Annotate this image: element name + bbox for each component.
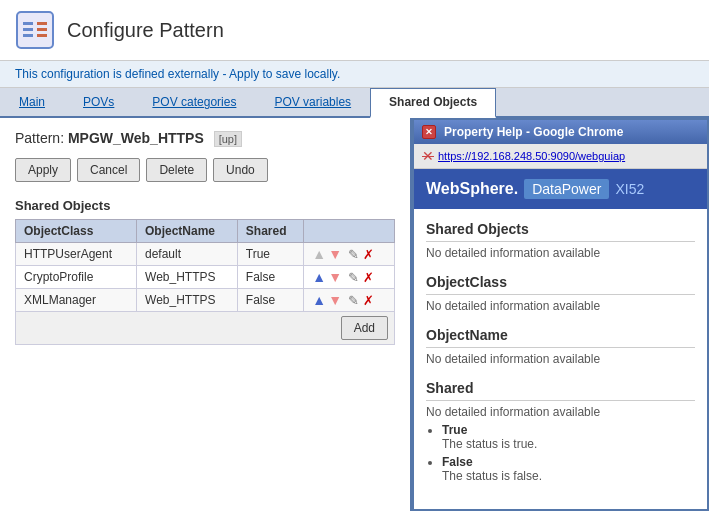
page-root: Configure Pattern This configuration is … xyxy=(0,0,709,523)
help-section-text: No detailed information available xyxy=(426,405,695,419)
page-header: Configure Pattern xyxy=(0,0,709,61)
svg-rect-3 xyxy=(23,34,33,37)
undo-button[interactable]: Undo xyxy=(213,158,268,182)
brand-datapower: DataPower xyxy=(524,179,609,199)
cell-shared: False xyxy=(237,266,303,289)
configure-pattern-icon xyxy=(15,10,55,50)
cell-objectclass: XMLManager xyxy=(16,289,137,312)
add-row: Add xyxy=(16,312,395,345)
edit-icon[interactable]: ✎ xyxy=(348,293,359,308)
col-header-objectname: ObjectName xyxy=(137,220,238,243)
cell-shared: False xyxy=(237,289,303,312)
help-section: Shared ObjectsNo detailed information av… xyxy=(426,221,695,260)
help-list-item: FalseThe status is false. xyxy=(442,455,695,483)
tab-pov-categories[interactable]: POV categories xyxy=(133,88,255,116)
edit-icon[interactable]: ✎ xyxy=(348,247,359,262)
delete-button[interactable]: Delete xyxy=(146,158,207,182)
help-section-title: Shared Objects xyxy=(426,221,695,242)
cell-actions: ▲▼✎✗ xyxy=(304,243,395,266)
help-list-item: TrueThe status is true. xyxy=(442,423,695,451)
help-window-title: Property Help - Google Chrome xyxy=(444,125,623,139)
cell-objectclass: CryptoProfile xyxy=(16,266,137,289)
help-section: ObjectClassNo detailed information avail… xyxy=(426,274,695,313)
move-up-icon[interactable]: ▲ xyxy=(312,246,326,262)
move-down-icon[interactable]: ▼ xyxy=(328,246,342,262)
pattern-status-badge: [up] xyxy=(214,131,242,147)
cell-shared: True xyxy=(237,243,303,266)
cell-objectname: Web_HTTPS xyxy=(137,289,238,312)
info-text: This configuration is defined externally… xyxy=(15,67,340,81)
pattern-name: MPGW_Web_HTTPS xyxy=(68,130,204,146)
cancel-button[interactable]: Cancel xyxy=(77,158,140,182)
url-close-icon: ✕ xyxy=(422,148,434,164)
help-section-title: ObjectClass xyxy=(426,274,695,295)
edit-icon[interactable]: ✎ xyxy=(348,270,359,285)
delete-icon[interactable]: ✗ xyxy=(363,270,374,285)
cell-objectclass: HTTPUserAgent xyxy=(16,243,137,266)
info-bar: This configuration is defined externally… xyxy=(0,61,709,88)
help-close-button[interactable]: ✕ xyxy=(422,125,436,139)
shared-objects-section-title: Shared Objects xyxy=(15,198,395,213)
help-section-text: No detailed information available xyxy=(426,299,695,313)
tab-povs[interactable]: POVs xyxy=(64,88,133,116)
table-row: CryptoProfileWeb_HTTPSFalse▲▼✎✗ xyxy=(16,266,395,289)
svg-rect-2 xyxy=(23,28,33,31)
tab-pov-variables[interactable]: POV variables xyxy=(255,88,370,116)
delete-icon[interactable]: ✗ xyxy=(363,293,374,308)
svg-rect-6 xyxy=(37,34,47,37)
help-body: Shared ObjectsNo detailed information av… xyxy=(414,209,707,509)
tab-main[interactable]: Main xyxy=(0,88,64,116)
help-window: ✕ Property Help - Google Chrome ✕ https:… xyxy=(412,118,709,511)
right-panel: ✕ Property Help - Google Chrome ✕ https:… xyxy=(410,118,709,511)
svg-rect-4 xyxy=(37,22,47,25)
help-url-bar: ✕ https://192.168.248.50:9090/webguiap xyxy=(414,144,707,169)
help-section: ObjectNameNo detailed information availa… xyxy=(426,327,695,366)
move-up-icon[interactable]: ▲ xyxy=(312,269,326,285)
help-section-title: Shared xyxy=(426,380,695,401)
shared-objects-table: ObjectClass ObjectName Shared HTTPUserAg… xyxy=(15,219,395,345)
cell-objectname: default xyxy=(137,243,238,266)
add-button[interactable]: Add xyxy=(341,316,388,340)
pattern-label: Pattern: MPGW_Web_HTTPS [up] xyxy=(15,130,395,146)
help-titlebar: ✕ Property Help - Google Chrome xyxy=(414,120,707,144)
move-down-icon[interactable]: ▼ xyxy=(328,269,342,285)
brand-websphere: WebSphere. xyxy=(426,180,518,198)
help-section-title: ObjectName xyxy=(426,327,695,348)
col-header-objectclass: ObjectClass xyxy=(16,220,137,243)
cell-actions: ▲▼✎✗ xyxy=(304,289,395,312)
svg-rect-5 xyxy=(37,28,47,31)
svg-rect-1 xyxy=(23,22,33,25)
help-section-text: No detailed information available xyxy=(426,352,695,366)
apply-button[interactable]: Apply xyxy=(15,158,71,182)
help-brand-bar: WebSphere. DataPower XI52 xyxy=(414,169,707,209)
left-panel: Pattern: MPGW_Web_HTTPS [up] Apply Cance… xyxy=(0,118,410,511)
help-section: SharedNo detailed information availableT… xyxy=(426,380,695,483)
col-header-actions xyxy=(304,220,395,243)
pattern-prefix: Pattern: xyxy=(15,130,64,146)
move-up-icon[interactable]: ▲ xyxy=(312,292,326,308)
page-title: Configure Pattern xyxy=(67,19,224,42)
tab-shared-objects[interactable]: Shared Objects xyxy=(370,88,496,118)
brand-model: XI52 xyxy=(615,181,644,197)
tab-bar: Main POVs POV categories POV variables S… xyxy=(0,88,709,118)
table-row: HTTPUserAgentdefaultTrue▲▼✎✗ xyxy=(16,243,395,266)
help-section-text: No detailed information available xyxy=(426,246,695,260)
col-header-shared: Shared xyxy=(237,220,303,243)
main-content: Pattern: MPGW_Web_HTTPS [up] Apply Cance… xyxy=(0,118,709,511)
action-buttons: Apply Cancel Delete Undo xyxy=(15,158,395,182)
cell-actions: ▲▼✎✗ xyxy=(304,266,395,289)
table-row: XMLManagerWeb_HTTPSFalse▲▼✎✗ xyxy=(16,289,395,312)
help-section-list: TrueThe status is true.FalseThe status i… xyxy=(442,423,695,483)
move-down-icon[interactable]: ▼ xyxy=(328,292,342,308)
cell-objectname: Web_HTTPS xyxy=(137,266,238,289)
delete-icon[interactable]: ✗ xyxy=(363,247,374,262)
svg-rect-0 xyxy=(17,12,53,48)
help-url[interactable]: https://192.168.248.50:9090/webguiap xyxy=(438,150,625,162)
